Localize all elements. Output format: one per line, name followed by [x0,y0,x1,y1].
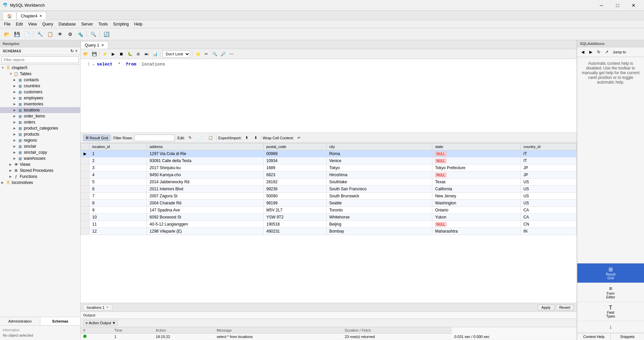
query1-close[interactable]: ✕ [101,43,104,47]
menu-view[interactable]: View [25,20,40,28]
chapter4-close[interactable]: ✕ [39,14,42,18]
table-sinclair[interactable]: ▶ ▦ sinclair [0,143,80,149]
toolbar-open-btn[interactable]: 📂 [2,30,11,39]
sql-snippets-btn[interactable]: ✂ [202,50,210,58]
stored-procedures-group[interactable]: ▶ ⚙ Stored Procedures [0,167,80,174]
table-row[interactable]: 106092 Boxwood StYSW 9T2WhitehorseYukonC… [81,214,577,221]
table-row[interactable]: 293091 Calle della Testa10934VeniceNULLI… [81,157,577,164]
table-row[interactable]: 52014 Jabberwocky Rd26192SouthlakeTexasU… [81,179,577,186]
table-row[interactable]: 121298 Vileparle (E)490231BombayMaharash… [81,228,577,235]
schemas-refresh-btn[interactable]: ↻ [70,49,74,53]
toolbar-new-routine2-btn[interactable]: 🔩 [75,30,85,39]
apply-button[interactable]: Apply [538,304,554,310]
table-customers[interactable]: ▶ ▦ customers [0,89,80,95]
form-editor-side-btn[interactable]: ≡ FormEditor [577,283,644,302]
locations1-tab[interactable]: locations 1 ✕ [83,304,112,310]
field-types-side-btn[interactable]: T FieldTypes [577,302,644,321]
edit-btn-3[interactable]: 📋 [206,135,215,141]
tab-schemas[interactable]: Schemas [40,317,80,325]
toolbar-inspector-btn[interactable]: 🔍 [89,30,98,39]
table-row[interactable]: 62011 Interiors Blvd99236South San Franc… [81,186,577,193]
menu-edit[interactable]: Edit [13,20,25,28]
home-tab[interactable]: 🏠 [3,12,16,20]
sql-stop2-btn[interactable]: ⊘ [134,50,142,58]
context-help-tab[interactable]: Context Help [577,333,611,340]
table-inventories[interactable]: ▶ ▦ inventories [0,101,80,107]
table-row[interactable]: 72007 Zagora St50090South BrunswickNew J… [81,193,577,200]
col-city[interactable]: city [326,143,432,150]
table-product-categories[interactable]: ▶ ▦ product_categories [0,125,80,131]
import-btn[interactable]: ⬇ [252,135,260,141]
sql-stop-btn[interactable]: ⏹ [117,50,125,58]
table-row[interactable]: 1140-5-12 Laogianggen190518BeijingNULLCN [81,221,577,228]
col-state[interactable]: state [432,143,521,150]
filter-objects-input[interactable] [1,56,79,63]
functions-group[interactable]: ▶ ƒ Functions [0,174,80,180]
locations1-close[interactable]: ✕ [106,305,109,309]
maximize-button[interactable]: □ [610,0,625,11]
snippets-tab[interactable]: Snippets [611,333,644,340]
sql-skip-btn[interactable]: ⏭ [143,50,151,58]
tables-group[interactable]: ▼ 📋 Tables [0,71,80,77]
filter-rows-input[interactable] [134,135,174,141]
result-grid-btn[interactable]: ⊞ Result Grid [83,135,110,141]
close-button[interactable]: ✕ [626,0,641,11]
toolbar-new-table-btn[interactable]: 📋 [45,30,55,39]
table-orders[interactable]: ▶ ▦ orders [0,119,80,125]
chapter4-tab[interactable]: Chapter4 ✕ [16,12,46,20]
menu-tools[interactable]: Tools [96,20,110,28]
query1-tab[interactable]: Query 1 ✕ [80,41,108,49]
table-row[interactable]: 49450 Kamiya-cho6823HiroshimaNULLJP [81,172,577,179]
table-warehouses[interactable]: ▶ ▦ warehouses [0,155,80,161]
toolbar-save-btn[interactable]: 💾 [12,30,21,39]
sql-options-btn[interactable]: ⋯ [227,50,235,58]
schema-locomotives[interactable]: ▶ 🗄 locomotives [0,180,80,186]
table-locations[interactable]: ▶ ▦ locations [0,107,80,113]
export-btn[interactable]: ⬆ [243,135,251,141]
menu-help[interactable]: Help [131,20,145,28]
toolbar-new-schema-btn[interactable]: 🔧 [35,30,45,39]
result-grid-wrapper[interactable]: location_id address postal_code city sta… [80,143,577,303]
nav-refresh-btn[interactable]: ↻ [595,49,602,55]
nav-next-btn[interactable]: ▶ [587,49,594,55]
views-group[interactable]: ▶ 👁 Views [0,161,80,167]
col-country-id[interactable]: country_id [521,143,577,150]
sql-find2-btn[interactable]: 🔎 [219,50,227,58]
menu-file[interactable]: File [1,20,13,28]
sql-open-btn[interactable]: 📂 [82,50,90,58]
revert-button[interactable]: Revert [556,304,574,310]
toolbar-reconnect-btn[interactable]: 🔄 [102,30,111,39]
query-stats-side-btn[interactable]: ↓ [577,321,644,333]
menu-scripting[interactable]: Scripting [110,20,131,28]
menu-database[interactable]: Database [56,20,78,28]
tab-administration[interactable]: Administration [0,317,40,325]
sql-exec-current-btn[interactable]: ▶ [109,50,117,58]
table-regions[interactable]: ▶ ▦ regions [0,137,80,143]
table-products[interactable]: ▶ ▦ products [0,131,80,137]
nav-jump-btn[interactable]: ↗ [603,49,610,55]
sql-save-btn[interactable]: 💾 [90,50,98,58]
nav-prev-btn[interactable]: ◀ [579,49,586,55]
sql-bookmark-btn[interactable]: ⭐ [194,50,202,58]
schema-chapter5[interactable]: ▼ 🗄 chapter5 [0,65,80,71]
minimize-button[interactable]: ─ [594,0,609,11]
schemas-new-btn[interactable]: + [75,49,77,53]
toolbar-new-view-btn[interactable]: 👁 [55,30,65,39]
action-output-btn[interactable]: ≡ Action Output ▼ [83,320,118,326]
wrap-btn[interactable]: ↵ [295,135,303,141]
menu-query[interactable]: Query [40,20,56,28]
result-grid-side-btn[interactable]: ⊞ ResultGrid [577,263,644,283]
sql-exec-btn[interactable]: ⚡ [101,50,109,58]
sql-editor[interactable]: 1 ● select * from locations [80,59,577,133]
table-contacts[interactable]: ▶ ▦ contacts [0,77,80,83]
col-postal-code[interactable]: postal_code [264,143,327,150]
col-location-id[interactable]: location_id [90,143,147,150]
limit-select[interactable]: Don't Limit 1000 rows 2000 rows [163,50,190,58]
menu-server[interactable]: Server [78,20,96,28]
edit-btn-1[interactable]: ✎ [186,135,194,141]
sql-explain-btn[interactable]: 📊 [151,50,159,58]
sql-find-btn[interactable]: 🔍 [211,50,219,58]
toolbar-saveas-btn[interactable]: 📄 [22,30,32,39]
table-countries[interactable]: ▶ ▦ countries [0,83,80,89]
table-order-items[interactable]: ▶ ▦ order_items [0,113,80,119]
